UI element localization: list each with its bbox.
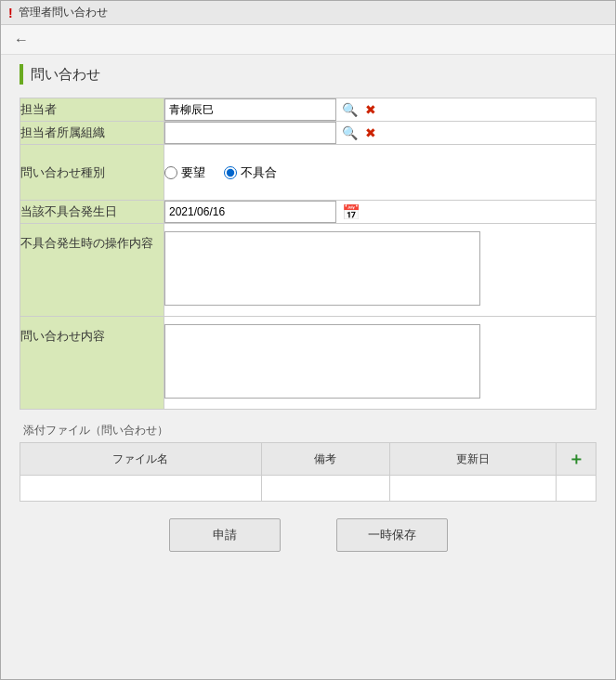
title-bar: ! 管理者問い合わせ <box>1 1 615 25</box>
attachment-section: 添付ファイル（問い合わせ） ファイル名 備考 更新日 ＋ <box>20 423 596 502</box>
attachment-table-head: ファイル名 備考 更新日 ＋ <box>20 443 596 476</box>
tantousha-label: 担当者 <box>20 98 164 122</box>
attachment-label: 添付ファイル（問い合わせ） <box>20 423 596 438</box>
tantousha-value-cell: 🔍 ✖ <box>164 98 596 122</box>
tantousha-input-row: 🔍 ✖ <box>164 98 596 121</box>
attachment-empty-row <box>20 476 596 502</box>
org-value-cell: 🔍 ✖ <box>164 122 596 145</box>
temp-save-button[interactable]: 一時保存 <box>336 518 448 552</box>
attachment-action-cell <box>557 476 596 502</box>
form-table: 担当者 🔍 ✖ 担当者所属組織 🔍 ✖ <box>20 98 596 410</box>
section-header: 問い合わせ <box>20 64 596 85</box>
attachment-remarks-cell <box>261 476 389 502</box>
inquiry-content-value-cell <box>164 317 596 410</box>
inquiry-type-label: 問い合わせ種別 <box>20 145 164 201</box>
submit-button[interactable]: 申請 <box>169 518 281 552</box>
inquiry-type-radio-group: 要望 不具合 <box>164 164 596 181</box>
section-bar-accent <box>20 64 23 85</box>
attachment-table: ファイル名 備考 更新日 ＋ <box>20 442 596 502</box>
calendar-button[interactable]: 📅 <box>340 203 362 222</box>
org-search-button[interactable]: 🔍 <box>340 124 360 141</box>
radio-option-yobou[interactable]: 要望 <box>164 164 205 181</box>
radio-yobou[interactable] <box>164 166 177 179</box>
toolbar: ← <box>1 25 615 55</box>
defect-date-input-row: 📅 <box>164 201 596 223</box>
operation-value-cell <box>164 224 596 317</box>
inquiry-type-value-cell: 要望 不具合 <box>164 145 596 201</box>
radio-fuguai-label: 不具合 <box>241 164 277 181</box>
defect-date-label: 当該不具合発生日 <box>20 201 164 224</box>
operation-textarea[interactable] <box>164 231 480 306</box>
table-row-inquiry-type: 問い合わせ種別 要望 不具合 <box>20 145 596 201</box>
main-window: ! 管理者問い合わせ ← 問い合わせ 担当者 🔍 ✖ <box>0 0 616 680</box>
org-label: 担当者所属組織 <box>20 122 164 145</box>
attachment-updated-cell <box>390 476 557 502</box>
table-row-org: 担当者所属組織 🔍 ✖ <box>20 122 596 145</box>
col-filename: ファイル名 <box>20 443 262 476</box>
back-button[interactable]: ← <box>8 30 34 50</box>
table-row-operation: 不具合発生時の操作内容 <box>20 224 596 317</box>
footer-buttons: 申請 一時保存 <box>20 518 596 552</box>
org-input-row: 🔍 ✖ <box>164 122 596 144</box>
attachment-filename-cell <box>20 476 262 502</box>
inquiry-content-textarea[interactable] <box>164 324 480 399</box>
tantousha-input[interactable] <box>164 98 336 121</box>
content-area: 問い合わせ 担当者 🔍 ✖ 担当者所属組織 <box>1 55 615 570</box>
col-remarks: 備考 <box>261 443 389 476</box>
attachment-header-row: ファイル名 備考 更新日 ＋ <box>20 443 596 476</box>
window-title: 管理者問い合わせ <box>19 5 108 20</box>
table-row-defect-date: 当該不具合発生日 📅 <box>20 201 596 224</box>
warning-icon: ! <box>8 6 13 20</box>
radio-fuguai[interactable] <box>224 166 237 179</box>
tantousha-clear-button[interactable]: ✖ <box>363 101 378 118</box>
defect-date-value-cell: 📅 <box>164 201 596 224</box>
inquiry-content-label: 問い合わせ内容 <box>20 317 164 410</box>
table-row-inquiry-content: 問い合わせ内容 <box>20 317 596 410</box>
radio-option-fuguai[interactable]: 不具合 <box>224 164 277 181</box>
tantousha-search-button[interactable]: 🔍 <box>340 101 360 118</box>
attachment-table-body <box>20 476 596 502</box>
add-attachment-button[interactable]: ＋ <box>564 448 588 470</box>
operation-label: 不具合発生時の操作内容 <box>20 224 164 317</box>
section-title: 問い合わせ <box>31 66 100 84</box>
table-row-tantousha: 担当者 🔍 ✖ <box>20 98 596 122</box>
col-add: ＋ <box>557 443 596 476</box>
col-updated: 更新日 <box>390 443 557 476</box>
defect-date-input[interactable] <box>164 201 336 223</box>
org-clear-button[interactable]: ✖ <box>363 124 378 141</box>
org-input[interactable] <box>164 122 336 144</box>
radio-yobou-label: 要望 <box>181 164 205 181</box>
